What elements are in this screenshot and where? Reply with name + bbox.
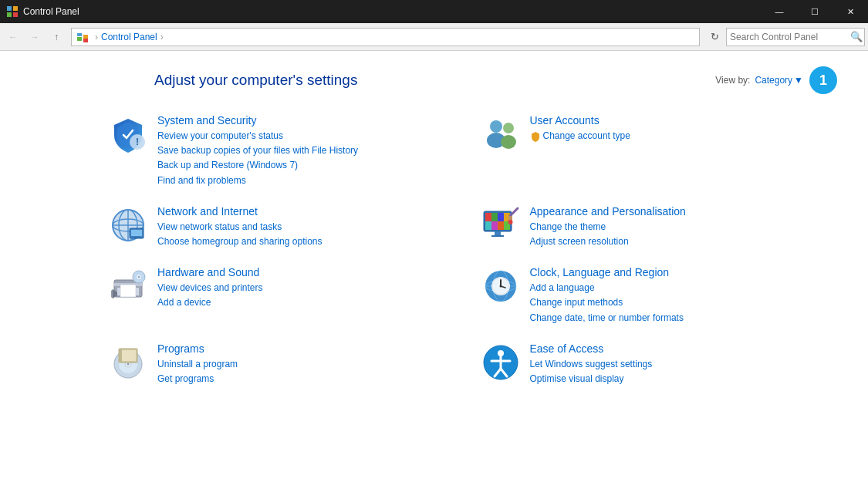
link-date-formats[interactable]: Change date, time or number formats	[530, 311, 838, 325]
svg-rect-1	[13, 6, 18, 11]
user-accounts-title[interactable]: User Accounts	[530, 114, 838, 126]
link-homegroup[interactable]: Choose homegroup and sharing options	[157, 234, 465, 249]
window-title: Control Panel	[23, 6, 79, 17]
category-ease-of-access: Ease of Access Let Windows suggest setti…	[481, 338, 838, 391]
category-system-security: ! System and Security Review your comput…	[108, 110, 465, 193]
link-change-input[interactable]: Change input methods	[530, 295, 838, 310]
user-accounts-icon	[481, 114, 521, 154]
svg-rect-33	[495, 231, 501, 235]
clock-language-content: Clock, Language and Region Add a languag…	[530, 266, 838, 325]
search-icon[interactable]: 🔍	[849, 28, 864, 46]
appearance-icon	[481, 205, 521, 245]
svg-rect-6	[77, 37, 82, 41]
svg-rect-26	[491, 213, 498, 221]
svg-rect-41	[120, 285, 136, 297]
link-devices-printers[interactable]: View devices and printers	[157, 281, 465, 295]
link-optimise-display[interactable]: Optimise visual display	[530, 372, 838, 386]
link-backup-restore[interactable]: Back up and Restore (Windows 7)	[157, 158, 465, 173]
folder-icon	[76, 31, 89, 43]
svg-rect-27	[498, 213, 504, 221]
svg-point-55	[499, 285, 502, 288]
link-add-language[interactable]: Add a language	[530, 281, 838, 295]
svg-point-44	[138, 276, 140, 278]
hardware-sound-content: Hardware and Sound View devices and prin…	[157, 266, 465, 310]
search-input[interactable]	[727, 32, 849, 42]
navbar: ← → ↑ › Control Panel › ↻ 🔍	[0, 23, 868, 51]
address-bar[interactable]: › Control Panel ›	[71, 28, 700, 46]
programs-title[interactable]: Programs	[157, 342, 465, 355]
category-clock-language: Clock, Language and Region Add a languag…	[481, 261, 838, 330]
breadcrumb-control-panel[interactable]: Control Panel	[101, 32, 157, 42]
appearance-title[interactable]: Appearance and Personalisation	[530, 205, 838, 218]
category-network-internet: Network and Internet View network status…	[108, 201, 465, 254]
svg-rect-29	[485, 221, 491, 230]
titlebar: Control Panel — ☐ ✕	[0, 0, 868, 23]
view-by-dropdown[interactable]: Category ▼	[755, 75, 803, 86]
app-icon	[6, 5, 19, 18]
minimize-button[interactable]: —	[762, 0, 797, 23]
svg-point-10	[490, 120, 502, 133]
categories-grid: ! System and Security Review your comput…	[0, 110, 868, 391]
link-screen-resolution[interactable]: Adjust screen resolution	[530, 234, 838, 249]
dropdown-chevron-icon: ▼	[794, 75, 803, 86]
link-get-programs[interactable]: Get programs	[157, 372, 465, 386]
svg-rect-4	[77, 33, 82, 36]
up-button[interactable]: ↑	[46, 27, 66, 47]
svg-point-13	[501, 135, 516, 149]
svg-rect-21	[131, 230, 142, 236]
ease-of-access-icon	[481, 342, 521, 383]
view-by-label: View by:	[715, 75, 750, 86]
forward-button[interactable]: →	[25, 27, 45, 47]
programs-icon	[108, 342, 148, 383]
breadcrumb-sep-1: ›	[95, 32, 98, 42]
svg-rect-7	[83, 39, 88, 42]
svg-point-37	[508, 220, 512, 224]
window-controls: — ☐ ✕	[762, 0, 868, 23]
link-suggest-settings[interactable]: Let Windows suggest settings	[530, 357, 838, 372]
svg-text:!: !	[136, 137, 139, 147]
svg-rect-62	[119, 349, 122, 363]
link-add-device[interactable]: Add a device	[157, 295, 465, 310]
link-fix-problems[interactable]: Find and fix problems	[157, 174, 465, 188]
link-save-backup[interactable]: Save backup copies of your files with Fi…	[157, 143, 465, 158]
network-internet-title[interactable]: Network and Internet	[157, 205, 465, 218]
category-user-accounts: User Accounts Change account type	[481, 110, 838, 193]
svg-rect-2	[7, 12, 12, 17]
breadcrumb-sep-2: ›	[160, 32, 164, 42]
svg-rect-30	[491, 221, 498, 230]
hardware-sound-title[interactable]: Hardware and Sound	[157, 266, 465, 278]
ease-of-access-title[interactable]: Ease of Access	[530, 342, 838, 355]
network-internet-icon	[108, 205, 148, 245]
svg-point-12	[503, 123, 514, 133]
category-hardware-sound: Hardware and Sound View devices and prin…	[108, 261, 465, 330]
view-by-control: View by: Category ▼	[715, 75, 803, 86]
clock-language-icon	[481, 266, 521, 306]
svg-rect-22	[133, 237, 140, 238]
search-bar[interactable]: 🔍	[726, 28, 865, 46]
svg-rect-25	[485, 213, 491, 221]
ease-of-access-content: Ease of Access Let Windows suggest setti…	[530, 342, 838, 386]
page-title: Adjust your computer's settings	[154, 72, 357, 89]
system-security-content: System and Security Review your computer…	[157, 114, 465, 188]
category-badge: 1	[809, 66, 837, 94]
back-button[interactable]: ←	[3, 27, 23, 47]
link-network-status[interactable]: View network status and tasks	[157, 220, 465, 234]
svg-marker-46	[111, 289, 113, 298]
system-security-title[interactable]: System and Security	[157, 114, 465, 126]
clock-language-title[interactable]: Clock, Language and Region	[530, 266, 838, 278]
programs-content: Programs Uninstall a program Get program…	[157, 342, 465, 386]
category-programs: Programs Uninstall a program Get program…	[108, 338, 465, 391]
link-change-account-type[interactable]: Change account type	[530, 129, 838, 143]
link-review-status[interactable]: Review your computer's status	[157, 129, 465, 143]
shield-small-icon	[530, 131, 541, 142]
user-accounts-content: User Accounts Change account type	[530, 114, 838, 143]
hardware-sound-icon	[108, 266, 148, 306]
svg-rect-61	[120, 350, 136, 361]
link-uninstall[interactable]: Uninstall a program	[157, 357, 465, 372]
link-change-theme[interactable]: Change the theme	[530, 220, 838, 234]
maximize-button[interactable]: ☐	[797, 0, 833, 23]
svg-rect-34	[491, 235, 504, 237]
svg-rect-0	[7, 6, 12, 11]
close-button[interactable]: ✕	[833, 0, 868, 23]
refresh-button[interactable]: ↻	[704, 27, 724, 47]
